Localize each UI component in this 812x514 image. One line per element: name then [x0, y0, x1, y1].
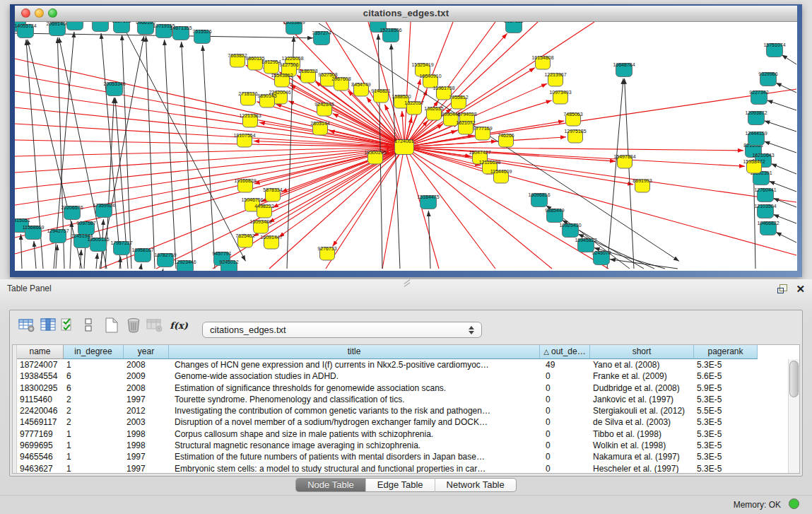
table-row[interactable]: 1938455462009Genome-wide association stu… [17, 370, 799, 382]
cell-name[interactable]: 18724007 [17, 359, 64, 370]
show-columns-icon[interactable] [40, 316, 58, 334]
table-row[interactable]: 1872400712008Changes of HCN gene express… [17, 359, 799, 370]
new-table-icon[interactable] [102, 316, 121, 334]
cell-in-degree[interactable]: 6 [64, 382, 124, 394]
cell-out-de-[interactable]: 0 [540, 451, 590, 462]
row-height-icon[interactable] [80, 316, 98, 334]
cell-short[interactable]: Wolkin et al. (1998) [590, 440, 694, 451]
table-row[interactable]: 969969511998Structural magnetic resonanc… [17, 440, 799, 451]
vertical-scrollbar[interactable] [788, 359, 799, 473]
cell-name[interactable]: 9463627 [17, 463, 64, 474]
cell-title[interactable]: Estimation of significance thresholds fo… [169, 382, 540, 394]
cell-year[interactable]: 2008 [124, 382, 169, 394]
cell-title[interactable]: Tourette syndrome. Phenomenology and cla… [169, 394, 540, 405]
cell-year[interactable]: 2009 [124, 370, 169, 382]
table-row[interactable]: 946554611997Estimation of the future num… [17, 451, 799, 462]
graph-node[interactable] [67, 22, 83, 30]
cell-in-degree[interactable]: 1 [64, 451, 124, 462]
cell-short[interactable]: Franke et al. (2009) [590, 370, 694, 382]
cell-name[interactable]: 9465546 [17, 451, 64, 462]
cell-year[interactable]: 2012 [124, 405, 169, 416]
split-resize-handle[interactable] [404, 280, 411, 286]
cell-in-degree[interactable]: 2 [64, 416, 124, 428]
table-row[interactable]: 1456911722003Disruption of a novel membe… [17, 416, 799, 428]
cell-pagerank[interactable]: 5.5E-5 [694, 405, 758, 416]
cell-in-degree[interactable]: 2 [64, 394, 124, 405]
scrollbar-thumb[interactable] [789, 361, 799, 397]
cell-title[interactable]: Genome-wide association studies in ADHD. [169, 370, 540, 382]
tab-node-table[interactable]: Node Table [295, 478, 365, 492]
cell-short[interactable]: Dudbridge et al. (2008) [590, 382, 694, 394]
cell-in-degree[interactable]: 1 [64, 359, 124, 370]
window-titlebar[interactable]: citations_edges.txt [15, 6, 797, 22]
cell-title[interactable]: Estimation of the future numbers of pati… [169, 451, 540, 462]
cell-out-de-[interactable]: 49 [540, 359, 590, 370]
cell-year[interactable]: 1998 [124, 440, 169, 451]
cell-pagerank[interactable]: 5.3E-5 [694, 440, 758, 451]
cell-short[interactable]: Nakamura et al. (1997) [590, 451, 694, 462]
cell-pagerank[interactable]: 5.9E-5 [694, 382, 758, 394]
cell-pagerank[interactable]: 5.3E-5 [694, 394, 758, 405]
cell-pagerank[interactable]: 5.3E-5 [694, 428, 758, 440]
cell-year[interactable]: 1998 [124, 428, 169, 440]
cell-title[interactable]: Investigating the contribution of common… [169, 405, 540, 416]
float-window-icon[interactable] [777, 284, 787, 293]
cell-in-degree[interactable]: 2 [64, 405, 124, 416]
cell-pagerank[interactable]: 5.3E-5 [694, 416, 758, 428]
cell-name[interactable]: 9699695 [17, 440, 64, 451]
cell-out-de-[interactable]: 0 [540, 440, 590, 451]
cell-title[interactable]: Corpus callosum shape and size in male p… [169, 428, 540, 440]
column-header-name[interactable]: name [17, 345, 64, 359]
cell-name[interactable]: 19384554 [17, 370, 64, 382]
cell-name[interactable]: 18300295 [17, 382, 64, 394]
cell-title[interactable]: Structural magnetic resonance image aver… [169, 440, 540, 451]
cell-title[interactable]: Changes of HCN gene expression and I(f) … [169, 359, 540, 370]
cell-out-de-[interactable]: 0 [540, 428, 590, 440]
cell-year[interactable]: 2008 [124, 359, 169, 370]
table-row[interactable]: 2242004622012Investigating the contribut… [17, 405, 799, 416]
cell-short[interactable]: Stergiakouli et al. (2012) [590, 405, 694, 416]
tab-edge-table[interactable]: Edge Table [365, 478, 435, 492]
cell-title[interactable]: Embryonic stem cells: a model to study s… [169, 463, 540, 474]
cell-out-de-[interactable]: 0 [540, 394, 590, 405]
cell-short[interactable]: Yano et al. (2008) [590, 359, 694, 370]
graph-node[interactable] [93, 22, 109, 32]
select-columns-icon[interactable] [59, 316, 78, 334]
cell-short[interactable]: Tibbo et al. (1998) [590, 428, 694, 440]
network-canvas[interactable]: 9605524140557242069140618924342106532871… [15, 22, 797, 271]
table-selector-dropdown[interactable]: citations_edges.txt [202, 322, 482, 338]
cell-year[interactable]: 1997 [124, 394, 169, 405]
cell-pagerank[interactable]: 5.3E-5 [694, 359, 758, 370]
cell-out-de-[interactable]: 0 [540, 370, 590, 382]
column-header-in-degree[interactable]: in_degree [64, 345, 124, 359]
cell-short[interactable]: de Silva et al. (2003) [590, 416, 694, 428]
cell-year[interactable]: 1997 [124, 463, 169, 474]
cell-name[interactable]: 22420046 [17, 405, 64, 416]
close-panel-icon[interactable]: ✕ [796, 284, 805, 293]
cell-short[interactable]: Jankovic et al. (1997) [590, 394, 694, 405]
cell-name[interactable]: 14569117 [17, 416, 64, 428]
cell-short[interactable]: Hescheler et al. (1997) [590, 463, 694, 474]
cell-in-degree[interactable]: 6 [64, 370, 124, 382]
graph-node[interactable] [506, 22, 522, 33]
cell-year[interactable]: 1997 [124, 451, 169, 462]
function-builder-icon[interactable]: f(x) [170, 316, 188, 334]
column-header-year[interactable]: year [124, 345, 169, 359]
cell-name[interactable]: 9777169 [17, 428, 64, 440]
column-header-short[interactable]: short [590, 345, 694, 359]
cell-out-de-[interactable]: 0 [540, 405, 590, 416]
table-mode-icon[interactable] [18, 316, 36, 334]
cell-pagerank[interactable]: 5.6E-5 [694, 370, 758, 382]
cell-in-degree[interactable]: 1 [64, 428, 124, 440]
column-header-title[interactable]: title [169, 345, 540, 359]
tab-network-table[interactable]: Network Table [435, 478, 517, 492]
cell-out-de-[interactable]: 0 [540, 416, 590, 428]
table-row[interactable]: 1830029562008Estimation of significance … [17, 382, 799, 394]
graph-node[interactable] [114, 22, 130, 33]
cell-title[interactable]: Disruption of a novel member of a sodium… [169, 416, 540, 428]
column-header-out-de-[interactable]: △out_de… [540, 345, 590, 359]
cell-year[interactable]: 2003 [124, 416, 169, 428]
cell-out-de-[interactable]: 0 [540, 463, 590, 474]
cell-out-de-[interactable]: 0 [540, 382, 590, 394]
cell-in-degree[interactable]: 1 [64, 440, 124, 451]
